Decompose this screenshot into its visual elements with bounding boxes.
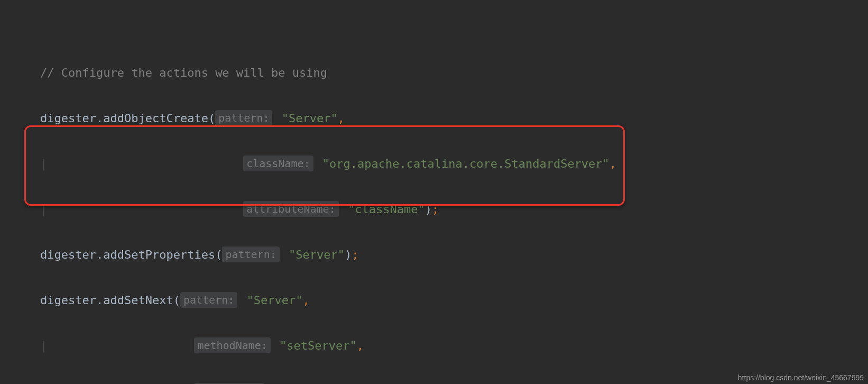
watermark: https://blog.csdn.net/weixin_45667999: [738, 373, 864, 382]
param-hint-pattern: pattern:: [222, 246, 279, 262]
code-line: | methodName: "setServer",: [40, 334, 868, 357]
comment: // Configure the actions we will be usin…: [40, 66, 327, 79]
code-line: | className: "org.apache.catalina.core.S…: [40, 152, 868, 175]
param-hint-attributeName: attributeName:: [243, 201, 339, 217]
code-line: digester.addObjectCreate(pattern: "Serve…: [40, 107, 868, 130]
code-line: // Configure the actions we will be usin…: [40, 61, 868, 84]
code-line: digester.addSetNext(pattern: "Server",: [40, 289, 868, 312]
param-hint-className: className:: [243, 156, 313, 171]
param-hint-pattern: pattern:: [180, 292, 237, 308]
code-line: digester.addSetProperties(pattern: "Serv…: [40, 243, 868, 266]
code-editor[interactable]: // Configure the actions we will be usin…: [0, 0, 868, 384]
code-line: | attributeName: "className");: [40, 198, 868, 221]
param-hint-pattern: pattern:: [215, 110, 272, 126]
param-hint-methodName: methodName:: [194, 337, 270, 353]
